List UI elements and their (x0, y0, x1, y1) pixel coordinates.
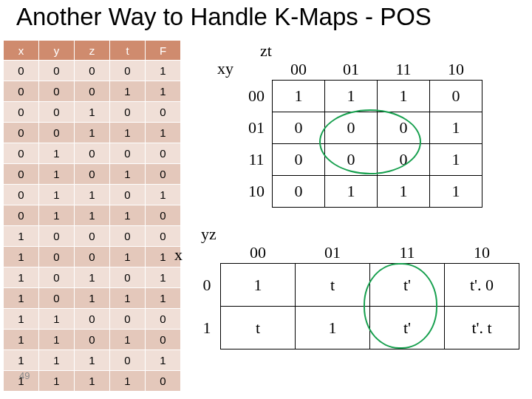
truth-table-row: 00100 (4, 102, 181, 123)
km2-col-01: 01 (296, 242, 370, 264)
truth-table-cell: 1 (75, 185, 110, 205)
truth-table-cell: 0 (110, 309, 146, 330)
kmap2-left-axis: x (174, 245, 183, 265)
truth-table-cell: 1 (4, 267, 39, 288)
truth-table-cell: 1 (75, 350, 110, 371)
truth-table-cell: 1 (110, 81, 146, 102)
truth-table-cell: 0 (110, 143, 146, 164)
km1-c: 0 (325, 144, 378, 176)
truth-table-cell: 1 (146, 267, 181, 288)
truth-table-cell: 0 (4, 61, 39, 81)
truth-table-cell: 0 (4, 185, 39, 205)
truth-table-cell: 0 (146, 205, 181, 226)
truth-table-cell: 1 (146, 123, 181, 143)
truth-table-row: 01000 (4, 143, 181, 164)
truth-table-cell: 1 (110, 288, 146, 309)
truth-table-cell: 0 (39, 288, 75, 309)
truth-table-cell: 0 (75, 226, 110, 247)
truth-table-cell: 1 (110, 164, 146, 185)
km1-col-10: 10 (430, 59, 482, 81)
truth-table-row: 10000 (4, 226, 181, 247)
truth-table-cell: 1 (110, 247, 146, 267)
km2-c: t (221, 307, 296, 349)
truth-table-cell: 0 (110, 102, 146, 123)
truth-table-cell: 1 (4, 350, 39, 371)
truth-table-cell: 1 (146, 81, 181, 102)
truth-table-row: 01110 (4, 205, 181, 226)
truth-table-cell: 0 (146, 102, 181, 123)
kmap1-top-axis: zt (260, 41, 272, 61)
km1-row-01: 01 (241, 112, 273, 144)
km1-c: 1 (430, 112, 482, 144)
km1-row-11: 11 (241, 144, 273, 176)
th-x: x (4, 41, 39, 61)
truth-table-cell: 1 (39, 309, 75, 330)
truth-table-row: 01101 (4, 185, 181, 205)
km2-row-0: 0 (194, 264, 221, 307)
km1-c: 0 (273, 144, 325, 176)
truth-table-header: x y z t F (4, 41, 181, 61)
km2-c: t'. 0 (445, 264, 519, 307)
truth-table-cell: 1 (4, 247, 39, 267)
truth-table-cell: 1 (75, 123, 110, 143)
km1-c: 0 (430, 81, 482, 112)
km2-c: t (296, 264, 370, 307)
truth-table-cell: 0 (75, 164, 110, 185)
truth-table-cell: 0 (110, 267, 146, 288)
truth-table-row: 10111 (4, 288, 181, 309)
km2-c: t' (370, 264, 445, 307)
km1-c: 0 (273, 112, 325, 144)
truth-table-row: 11110 (4, 371, 181, 392)
km1-c: 0 (378, 144, 430, 176)
truth-table-cell: 0 (4, 123, 39, 143)
truth-table-cell: 1 (110, 371, 146, 392)
km1-c: 1 (325, 176, 378, 208)
km2-col-11: 11 (370, 242, 445, 264)
truth-table-cell: 0 (39, 267, 75, 288)
truth-table-cell: 1 (146, 185, 181, 205)
truth-table-cell: 0 (146, 143, 181, 164)
truth-table-cell: 0 (4, 205, 39, 226)
truth-table-cell: 1 (75, 205, 110, 226)
truth-table-cell: 1 (39, 143, 75, 164)
truth-table-row: 01010 (4, 164, 181, 185)
truth-table-cell: 0 (75, 309, 110, 330)
km2-row-1: 1 (194, 307, 221, 349)
km1-c: 0 (378, 112, 430, 144)
truth-table-cell: 0 (75, 81, 110, 102)
truth-table-cell: 0 (110, 226, 146, 247)
th-F: F (146, 41, 181, 61)
km1-c: 1 (430, 176, 482, 208)
truth-table-cell: 0 (4, 143, 39, 164)
th-t: t (110, 41, 146, 61)
truth-table-cell: 0 (75, 143, 110, 164)
truth-table-cell: 1 (75, 102, 110, 123)
km1-c: 1 (378, 176, 430, 208)
truth-table-cell: 0 (4, 102, 39, 123)
truth-table-cell: 0 (39, 102, 75, 123)
truth-table-cell: 0 (146, 226, 181, 247)
truth-table-cell: 1 (39, 371, 75, 392)
km2-col-00: 00 (221, 242, 296, 264)
th-y: y (39, 41, 75, 61)
truth-table-cell: 0 (146, 371, 181, 392)
truth-table-row: 11010 (4, 330, 181, 350)
km1-col-11: 11 (378, 59, 430, 81)
kmap2-top-axis: yz (201, 225, 216, 244)
truth-table-cell: 0 (75, 61, 110, 81)
kmap1-grid: 00 01 11 10 00 1 1 1 0 01 0 0 0 1 11 0 (241, 59, 482, 208)
truth-table-cell: 0 (146, 309, 181, 330)
truth-table-cell: 1 (39, 350, 75, 371)
km1-c: 1 (378, 81, 430, 112)
truth-table-cell: 0 (39, 247, 75, 267)
km1-c: 1 (430, 144, 482, 176)
truth-table-cell: 0 (146, 164, 181, 185)
truth-table-row: 00111 (4, 123, 181, 143)
truth-table-cell: 0 (146, 330, 181, 350)
truth-table-cell: 0 (75, 330, 110, 350)
slide-title: Another Way to Handle K-Maps - POS (16, 3, 525, 31)
truth-table-cell: 1 (39, 205, 75, 226)
truth-table-cell: 1 (75, 267, 110, 288)
slide-number: 49 (19, 370, 30, 381)
truth-table-cell: 1 (39, 164, 75, 185)
